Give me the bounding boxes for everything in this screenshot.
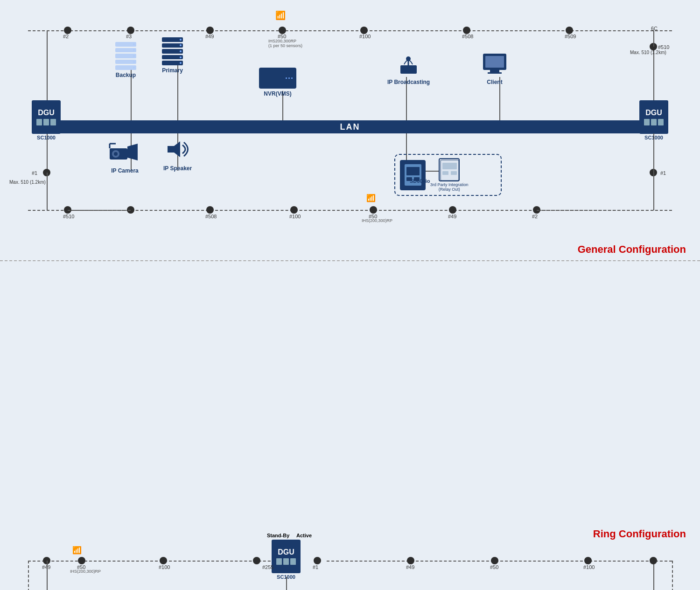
node-508-bot-label: #508 [205, 214, 217, 219]
r-node-50-topr-lbl: #50 [490, 564, 498, 570]
client-label-general: Client [487, 79, 502, 85]
left-dgu-label: SC1000 [37, 135, 56, 140]
relay-box [439, 158, 460, 181]
node-50-top [279, 27, 286, 34]
bot-right-dashed [537, 210, 653, 211]
svg-marker-8 [127, 144, 138, 160]
top-line [28, 30, 672, 31]
node-100-bot-label: #100 [289, 214, 301, 219]
nvr-general: NVR(VMS) [259, 68, 296, 97]
ring-left-vline [28, 561, 29, 590]
svg-rect-6 [488, 72, 502, 74]
svg-rect-21 [451, 171, 457, 175]
left-dgu-box: DGU [32, 100, 61, 134]
svg-point-10 [114, 152, 118, 156]
r-node-50-sub: IHS(200,300)RP [70, 569, 101, 574]
ring-section: Ring Configuration LAN Active DGU [0, 523, 700, 590]
ring-config-label: Ring Configuration [593, 528, 686, 540]
6c-label: 6C [651, 26, 658, 31]
r-node-100-top [160, 557, 167, 564]
node-2-bot-label: #2 [532, 214, 538, 219]
node-100-top-label: #100 [359, 34, 371, 39]
node-510-right-label: #510 [658, 44, 669, 50]
node-3-top-label: #3 [126, 34, 132, 39]
node-49-top-label: #49 [205, 34, 214, 39]
r-node-100-topr [584, 557, 592, 564]
wifi-icon-bot: 📶 [366, 194, 376, 202]
node-50-bot-sub: IHS(200,300)RP [362, 218, 392, 223]
ring-top-left-line [28, 561, 285, 562]
vline-left-1 [47, 173, 48, 210]
top-dgu-standby: Stand-By [267, 533, 289, 538]
node-3-top [127, 27, 134, 34]
r-node-100-topr-lbl: #100 [583, 564, 595, 570]
top-dgu-ring-box: DGU [272, 540, 301, 573]
svg-rect-20 [442, 171, 448, 175]
client-general: Client [481, 51, 509, 85]
broadcasting-icon [396, 51, 421, 77]
max-label-left: Max. 510 (1.2km) [9, 180, 46, 185]
node-2-top [64, 27, 71, 34]
speaker-icon [164, 138, 192, 163]
r-node-255-top [253, 557, 260, 564]
ring-top-right-line [327, 561, 672, 562]
r-node-49-topr-lbl: #49 [406, 564, 414, 570]
node-509-top [566, 27, 573, 34]
svg-rect-19 [442, 163, 457, 169]
r-node-50-topr [491, 557, 498, 564]
node-510-bot-label: #510 [63, 214, 74, 219]
node-2-top-label: #2 [63, 34, 69, 39]
sd600-group-general: 3rd Party Integration(Relay Out) [394, 154, 502, 196]
r-wifi-top-left: 📶 [72, 546, 82, 555]
ring-right-vline [672, 561, 673, 590]
nvr-label-general: NVR(VMS) [264, 90, 291, 97]
vline-right-2 [653, 173, 654, 210]
speaker-general: IP Speaker [163, 138, 192, 172]
r-node-100-top-lbl: #100 [159, 564, 170, 570]
speaker-label-general: IP Speaker [163, 165, 192, 172]
r-node-100-right [650, 557, 657, 564]
node-100-top [360, 27, 368, 34]
camera-general: IP Camera [107, 140, 142, 174]
top-dgu-vline [286, 577, 287, 590]
node-49-bot [449, 206, 456, 214]
svg-rect-5 [490, 70, 499, 72]
backup-label-general: Backup [116, 72, 136, 78]
r-node-1-topr [314, 557, 321, 564]
top-dgu-255: #255 [262, 564, 273, 570]
lan-bar-general: LAN [47, 120, 653, 133]
wifi-icon-top: 📶 [275, 10, 286, 21]
r-node-1-topr-lbl: #1 [313, 564, 318, 570]
svg-rect-15 [406, 167, 420, 175]
camera-icon [107, 140, 142, 166]
node-1-right-label: #1 [660, 170, 666, 176]
relay-label: 3rd Party Integration(Relay Out) [430, 182, 469, 192]
node-508-bot [206, 206, 214, 214]
node-49-bot-label: #49 [448, 214, 456, 219]
r-node-49-topr [407, 557, 414, 564]
sd600-box [400, 160, 426, 190]
top-dgu-ring: DGU SC1000 [272, 540, 301, 580]
ring-right-top-vline [653, 561, 654, 590]
node-1-left-label: #1 [32, 170, 37, 176]
svg-marker-13 [168, 141, 180, 157]
node-100-bot [290, 206, 298, 214]
svg-rect-4 [485, 56, 504, 68]
camera-label-general: IP Camera [111, 167, 138, 174]
max-510-right: Max. 510 (1.2km) [630, 50, 666, 55]
broadcasting-label-general: IP Broadcasting [387, 79, 430, 85]
vline-right-1 [653, 133, 654, 173]
sd600-label-general: SD600io [410, 178, 430, 184]
top-dgu-active: Active [296, 533, 312, 538]
primary-label-general: Primary [162, 67, 183, 74]
broadcasting-general: IP Broadcasting [387, 51, 430, 85]
backup-server-general: Backup [115, 42, 136, 78]
right-dgu-box: DGU [639, 100, 668, 134]
general-section: General Configuration LAN DGU [0, 0, 700, 261]
svg-rect-0 [400, 65, 417, 74]
bot-left-dashed [68, 210, 131, 211]
line-509-510 [653, 30, 654, 47]
ring-left-top-vline [47, 561, 48, 590]
node-50-sub: IHS200,300RP(1 per 50 sensors) [268, 39, 302, 48]
node-508-top [463, 27, 470, 34]
